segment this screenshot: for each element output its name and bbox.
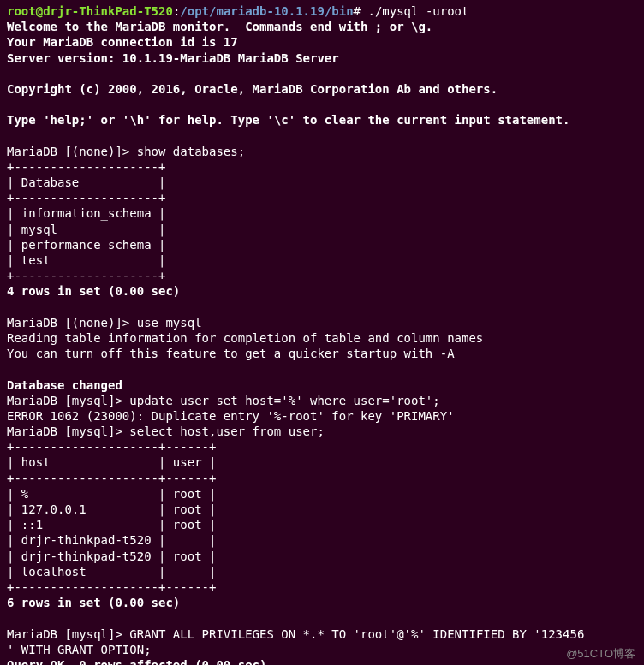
prompt-hash: # [354, 4, 361, 18]
database-changed: Database changed [7, 378, 122, 392]
result-6rows: 6 rows in set (0.00 sec) [7, 596, 180, 609]
result-4rows: 4 rows in set (0.00 sec) [7, 284, 180, 298]
table-sep: +--------------------+ [7, 160, 165, 174]
table-row: | 127.0.0.1 | root | [7, 502, 216, 516]
mariadb-prompt-mysql: MariaDB [mysql]> [7, 425, 129, 438]
welcome-line3: Server version: 10.1.19-MariaDB MariaDB … [7, 51, 339, 65]
table-row: | % | root | [7, 487, 216, 501]
table-row: | performance_schema | [7, 238, 165, 252]
mariadb-prompt-none: MariaDB [(none)]> [7, 316, 137, 330]
prompt-path: /opt/mariadb-10.1.19/bin [180, 4, 353, 18]
table-row: | drjr-thinkpad-t520 | | [7, 533, 216, 547]
command-mysql: ./mysql -uroot [361, 4, 468, 18]
error-1062: ERROR 1062 (23000): Duplicate entry '%-r… [7, 409, 455, 423]
mariadb-prompt-none: MariaDB [(none)]> [7, 145, 137, 158]
cmd-update-user: update user set host='%' where user='roo… [129, 394, 439, 407]
table-sep: +--------------------+------+ [7, 472, 216, 485]
mariadb-prompt-mysql: MariaDB [mysql]> [7, 394, 129, 407]
cmd-grant-line2: ' WITH GRANT OPTION; [7, 643, 152, 656]
cmd-select-hostuser: select host,user from user; [129, 425, 325, 438]
table-row: | mysql | [7, 223, 165, 236]
table-row: | drjr-thinkpad-t520 | root | [7, 549, 216, 563]
turnoff-feature: You can turn off this feature to get a q… [7, 347, 455, 360]
table-row: | information_schema | [7, 206, 165, 220]
welcome-line1: Welcome to the MariaDB monitor. Commands… [7, 20, 432, 33]
table-header-hostuser: | host | user | [7, 455, 216, 469]
table-row: | test | [7, 253, 165, 267]
help-line: Type 'help;' or '\h' for help. Type '\c'… [7, 113, 569, 127]
table-sep: +--------------------+ [7, 191, 165, 205]
prompt-user-host: root@drjr-ThinkPad-T520 [7, 4, 173, 18]
query-ok: Query OK, 0 rows affected (0.00 sec) [7, 658, 266, 665]
cmd-use-mysql: use mysql [137, 316, 202, 330]
table-header-database: | Database | [7, 175, 165, 189]
table-row: | ::1 | root | [7, 518, 216, 531]
watermark-text: @51CTO博客 [566, 647, 635, 662]
table-row: | localhost | | [7, 565, 216, 579]
cmd-show-databases: show databases; [137, 145, 245, 158]
table-sep: +--------------------+------+ [7, 440, 216, 454]
mariadb-prompt-mysql: MariaDB [mysql]> [7, 627, 129, 641]
copyright-line: Copyright (c) 2000, 2016, Oracle, MariaD… [7, 82, 498, 96]
terminal-window[interactable]: root@drjr-ThinkPad-T520:/opt/mariadb-10.… [0, 0, 644, 665]
reading-table-info: Reading table information for completion… [7, 331, 483, 345]
table-sep: +--------------------+------+ [7, 580, 216, 594]
welcome-line2: Your MariaDB connection id is 17 [7, 35, 238, 49]
cmd-grant-line1: GRANT ALL PRIVILEGES ON *.* TO 'root'@'%… [129, 627, 584, 641]
table-sep: +--------------------+ [7, 269, 165, 282]
